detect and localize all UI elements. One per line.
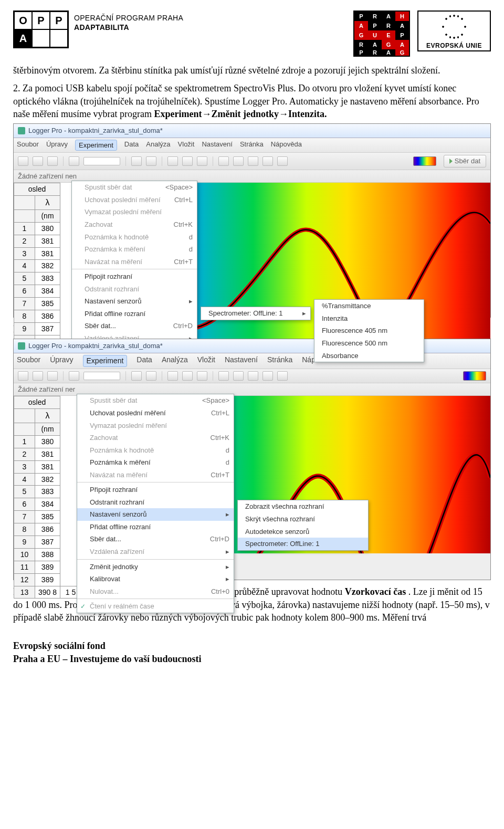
menu-item[interactable]: Připojit rozhraní [72,270,197,283]
menu-nastaveni[interactable]: Nastavení [202,140,233,151]
row-number: 4 [14,260,35,272]
menu-soubor[interactable]: Soubor [17,355,40,367]
menu-shortcut: d [213,458,229,467]
menu-data[interactable]: Data [124,140,139,151]
table-header-lambda: λ [35,409,60,423]
table-row: 1380 [14,435,81,448]
tb-graph-icon[interactable] [146,371,156,381]
menu-item[interactable]: Fluorescence 500 nm [314,337,424,350]
menu-item-label: Navázat na měření [85,257,142,267]
tb-zoomout-icon[interactable] [197,371,207,381]
check-icon: ✓ [80,602,86,611]
tb-curvefit-icon[interactable] [277,156,288,166]
menu-item[interactable]: Kalibrovat▸ [77,573,234,585]
menu-upravy[interactable]: Úpravy [50,355,73,367]
tb-save-icon[interactable] [47,371,58,381]
menu-item[interactable]: Změnit jednotky▸ [77,561,234,573]
tb-graph-icon[interactable] [146,156,156,166]
tb-slope-icon[interactable] [233,371,244,381]
tb-new-icon[interactable] [18,156,28,166]
menu-item[interactable]: Intenzita [314,312,424,325]
menu-upravy[interactable]: Úpravy [46,140,68,151]
menu-stranka[interactable]: Stránka [240,140,264,151]
menu-experiment[interactable]: Experiment [83,355,128,367]
menu-item[interactable]: Přidat offline rozraní [77,521,234,533]
menu-item-label: Uchovat poslední měření [85,195,161,205]
menu-item-label: Odstranit rozhraní [85,285,139,294]
tb-pagenav[interactable] [83,372,120,380]
menu-item[interactable]: Zobrazit všechna rozhraní [238,500,368,513]
menu-experiment[interactable]: Experiment [75,140,117,151]
menu-item-label: Poznámka k hodnotě [85,233,149,242]
tb-regress-icon[interactable] [262,371,273,381]
menu-item[interactable]: Fluorescence 405 nm [314,324,424,337]
tb-slope-icon[interactable] [233,156,244,166]
submenu-spectrometer[interactable]: Spectrometer: OffLine: 1 ▸ [201,307,310,320]
tb-spectrum-icon[interactable] [463,371,486,381]
menu-item[interactable]: Odstranit rozhraní [77,496,234,509]
menubar: Soubor Úpravy Experiment Data Analýza Vl… [14,138,490,153]
menu-vlozit[interactable]: Vložit [178,140,195,151]
wavelength-cell: 386 [35,523,60,536]
menu-napoveda[interactable]: Nápověda [271,140,302,151]
sber-dat-button[interactable]: Sběr dat [444,155,486,167]
tb-print-icon[interactable] [69,156,79,166]
toolbar-separator [162,371,162,381]
tb-open-icon[interactable] [33,156,43,166]
menu-item[interactable]: Absorbance [314,350,424,362]
tb-stats-icon[interactable] [248,156,258,166]
menu-item-label: Zachovat [85,220,112,229]
tb-regress-icon[interactable] [262,156,273,166]
tb-zoomout-icon[interactable] [197,156,207,166]
tb-xcol-icon[interactable] [218,371,229,381]
menu-analyza[interactable]: Analýza [146,140,170,151]
menu-item[interactable]: Uchovat poslední měřeníCtrl+L [77,407,234,419]
oppa-title: OPERAČNÍ PROGRAM PRAHA ADAPTABILITA [74,11,183,32]
row-number: 9 [14,536,35,548]
tb-xcol-icon[interactable] [218,156,229,166]
menu-item[interactable]: Autodetekce senzorů [238,526,368,538]
chevron-right-icon: ▸ [213,510,229,519]
tb-new-icon[interactable] [18,371,28,381]
menu-soubor[interactable]: Soubor [17,140,39,151]
menu-item: Nulovat...Ctrl+0 [77,585,234,598]
tb-spectrum-icon[interactable] [413,156,436,166]
menu-analyza[interactable]: Analýza [162,355,188,367]
menu-item[interactable]: Skrýt všechna rozhraní [238,513,368,526]
tb-table-icon[interactable] [131,156,142,166]
tb-table-icon[interactable] [131,371,142,381]
menu-vlozit[interactable]: Vložit [197,355,215,367]
menu-item[interactable]: Nastavení senzorů▸ [77,508,234,521]
wavelength-cell: 384 [35,285,60,298]
table-header: osled [14,183,60,196]
tb-fit-icon[interactable] [167,371,178,381]
tb-fit-icon[interactable] [167,156,178,166]
tb-print-icon[interactable] [69,371,79,381]
tb-zoom-icon[interactable] [182,156,193,166]
tb-open-icon[interactable] [33,371,43,381]
sber-dat-label: Sběr dat [455,156,480,166]
menu-item[interactable]: Přidat offline rozraní [72,308,197,320]
tb-zoom-icon[interactable] [182,371,193,381]
menu-nastaveni[interactable]: Nastavení [225,355,258,367]
menu-item[interactable]: Připojit rozhraní [77,484,234,496]
tb-pagenav[interactable] [83,157,120,165]
menu-item[interactable]: Sběr dat...Ctrl+D [72,320,197,332]
menu-item[interactable]: Poznámka k měřeníd [77,456,234,469]
menu-item[interactable]: Spectrometer: OffLine: 1 [238,538,368,550]
tb-stats-icon[interactable] [248,371,258,381]
menu-item[interactable]: %Transmittance [314,300,424,312]
row-number: 6 [14,498,35,511]
menu-item-label: Sběr dat... [85,321,116,331]
table-row: 6384 [14,498,81,511]
table-row: 12389 [14,573,81,586]
menu-stranka[interactable]: Stránka [267,355,292,367]
menu-item[interactable]: Sběr dat...Ctrl+D [77,533,234,545]
menu-item[interactable]: Nastavení senzorů▸ [72,295,197,308]
row-number: 9 [14,322,35,335]
paragraph-1: štěrbinovým otvorem. Za štěrbinu stínítk… [13,64,491,77]
tb-save-icon[interactable] [47,156,58,166]
eu-logo: EVROPSKÁ UNIE [417,11,491,51]
tb-curvefit-icon[interactable] [277,371,288,381]
menu-data[interactable]: Data [136,355,152,367]
